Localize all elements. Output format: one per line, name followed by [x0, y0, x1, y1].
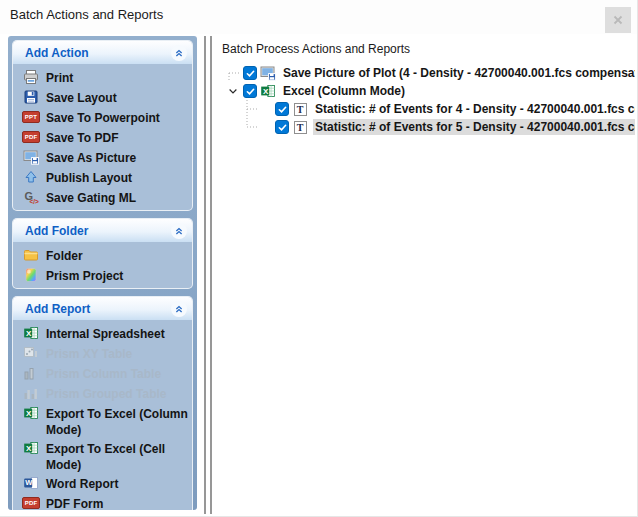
sidebar-item-label: Save Layout	[46, 87, 117, 106]
gatingml-icon: G</>	[23, 189, 39, 205]
actions-sidebar: Add Action Print Save Layout PPT Save To…	[8, 36, 197, 510]
sidebar-item-export-to-excel-cell-mode[interactable]: X Export To Excel (Cell Mode)	[23, 438, 190, 473]
sidebar-item-label: Publish Layout	[46, 167, 132, 186]
tree-connector	[226, 118, 258, 136]
sidebar-item-label: Prism Column Table	[46, 363, 161, 382]
sidebar-item-label: Export To Excel (Column Mode)	[46, 403, 190, 438]
sidebar-item-label: Save As Picture	[46, 147, 136, 166]
sidebar-item-publish-layout[interactable]: Publish Layout	[23, 167, 190, 187]
xy-chart-icon	[23, 345, 39, 361]
chevron-double-up-icon[interactable]	[171, 301, 187, 317]
section-header[interactable]: Add Action	[13, 41, 192, 64]
tree-row-3[interactable]: T Statistic: # of Events for 5 - Density…	[218, 118, 635, 136]
sidebar-item-word-report[interactable]: W Word Report	[23, 473, 190, 493]
sidebar-item-prism-grouped-table: Prism Grouped Table	[23, 383, 190, 403]
sidebar-item-save-layout[interactable]: Save Layout	[23, 87, 190, 107]
sidebar-item-prism-column-table: Prism Column Table	[23, 363, 190, 383]
sidebar-item-save-as-picture[interactable]: Save As Picture	[23, 147, 190, 167]
publish-icon	[23, 169, 39, 185]
sidebar-section-add-action: Add Action Print Save Layout PPT Save To…	[12, 40, 193, 211]
tree-connector	[226, 64, 240, 82]
section-title: Add Report	[25, 302, 171, 316]
sidebar-item-internal-spreadsheet[interactable]: X Internal Spreadsheet	[23, 323, 190, 343]
tree-expander[interactable]	[258, 102, 272, 116]
excel-icon: X	[23, 440, 39, 456]
printer-icon	[23, 69, 39, 85]
sidebar-item-save-gating-ml[interactable]: G</> Save Gating ML	[23, 187, 190, 207]
floppy-icon	[23, 89, 39, 105]
sidebar-item-label: Prism Grouped Table	[46, 383, 166, 402]
tree-item-label: Save Picture of Plot (4 - Density - 4270…	[281, 65, 635, 81]
section-header[interactable]: Add Folder	[13, 219, 192, 242]
close-button[interactable]	[605, 7, 631, 33]
tree-item-label: Excel (Column Mode)	[281, 83, 407, 99]
splitter-line-right[interactable]	[210, 36, 212, 514]
svg-text:X: X	[26, 444, 32, 453]
picture-icon	[23, 149, 39, 165]
section-items: Folder Prism Project	[13, 242, 192, 288]
svg-text:W: W	[25, 478, 33, 487]
batch-tree: Save Picture of Plot (4 - Density - 4270…	[218, 64, 635, 136]
excel-icon: X	[260, 83, 276, 99]
folder-icon	[23, 247, 39, 263]
sidebar-item-label: PDF Form	[46, 493, 103, 510]
svg-text:X: X	[263, 87, 269, 96]
tree-row-0[interactable]: Save Picture of Plot (4 - Density - 4270…	[218, 64, 635, 82]
tree-connector	[226, 100, 258, 118]
sidebar-section-add-folder: Add Folder Folder Prism Project	[12, 218, 193, 289]
prism-icon	[23, 267, 39, 283]
section-title: Add Action	[25, 46, 171, 60]
svg-text:</>: </>	[30, 198, 40, 205]
grouped-chart-icon	[23, 385, 39, 401]
section-items: X Internal Spreadsheet Prism XY Table Pr…	[13, 320, 192, 510]
sidebar-item-label: Internal Spreadsheet	[46, 323, 165, 342]
sidebar-item-label: Save To PDF	[46, 127, 118, 146]
tree-expander[interactable]	[258, 120, 272, 134]
sidebar-item-folder[interactable]: Folder	[23, 245, 190, 265]
tree-expander-chevron-down-icon[interactable]	[226, 84, 240, 98]
sidebar-item-save-to-pdf[interactable]: PDF Save To PDF	[23, 127, 190, 147]
tree-checkbox-checked[interactable]	[243, 84, 257, 98]
text-t-icon: T	[292, 119, 308, 135]
sidebar-item-label: Save To Powerpoint	[46, 107, 160, 126]
sidebar-item-label: Prism XY Table	[46, 343, 132, 362]
sidebar-section-add-report: Add Report X Internal Spreadsheet Prism …	[12, 296, 193, 510]
section-title: Add Folder	[25, 224, 171, 238]
sidebar-item-label: Folder	[46, 245, 83, 264]
sidebar-item-prism-project[interactable]: Prism Project	[23, 265, 190, 285]
text-t-icon: T	[292, 101, 308, 117]
sidebar-item-prism-xy-table: Prism XY Table	[23, 343, 190, 363]
svg-text:X: X	[26, 329, 32, 338]
splitter-line-left[interactable]	[204, 36, 206, 514]
ppt-icon: PPT	[23, 109, 39, 125]
svg-text:X: X	[26, 409, 32, 418]
tree-checkbox-checked[interactable]	[275, 120, 289, 134]
section-header[interactable]: Add Report	[13, 297, 192, 320]
batch-process-panel: Batch Process Actions and Reports Save P…	[218, 36, 635, 516]
sidebar-item-label: Word Report	[46, 473, 118, 492]
tree-item-label: Statistic: # of Events for 4 - Density -…	[313, 101, 635, 117]
chevron-double-up-icon[interactable]	[171, 45, 187, 61]
sidebar-item-label: Prism Project	[46, 265, 123, 284]
tree-row-1[interactable]: X Excel (Column Mode)	[218, 82, 635, 100]
tree-checkbox-checked[interactable]	[243, 66, 257, 80]
sidebar-item-label: Export To Excel (Cell Mode)	[46, 438, 190, 473]
close-icon	[613, 15, 623, 25]
sidebar-item-save-to-powerpoint[interactable]: PPT Save To Powerpoint	[23, 107, 190, 127]
column-chart-icon	[23, 365, 39, 381]
title-bar: Batch Actions and Reports	[0, 0, 637, 34]
save-picture-icon	[260, 65, 276, 81]
tree-row-2[interactable]: T Statistic: # of Events for 4 - Density…	[218, 100, 635, 118]
sidebar-item-label: Print	[46, 67, 73, 86]
word-icon: W	[23, 475, 39, 491]
sidebar-item-print[interactable]: Print	[23, 67, 190, 87]
sidebar-item-export-to-excel-column-mode[interactable]: X Export To Excel (Column Mode)	[23, 403, 190, 438]
batch-process-title: Batch Process Actions and Reports	[222, 42, 635, 56]
chevron-double-up-icon[interactable]	[171, 223, 187, 239]
excel-icon: X	[23, 325, 39, 341]
sidebar-item-label: Save Gating ML	[46, 187, 136, 206]
pdf-icon: PDF	[23, 129, 39, 145]
tree-checkbox-checked[interactable]	[275, 102, 289, 116]
section-items: Print Save Layout PPT Save To Powerpoint…	[13, 64, 192, 210]
sidebar-item-pdf-form[interactable]: PDF PDF Form	[23, 493, 190, 510]
